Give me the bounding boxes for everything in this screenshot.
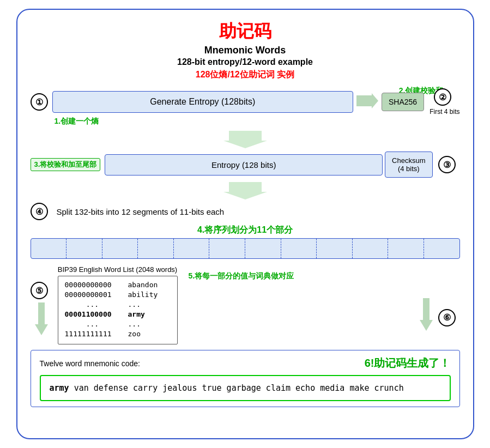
big-down-arrow-icon xyxy=(223,131,267,148)
word-row-5: ... ... xyxy=(65,320,171,328)
word-row-2: 00000000001 ability xyxy=(65,290,171,299)
segment-2 xyxy=(66,239,102,258)
generate-entropy-box: Generate Entropy (128bits) xyxy=(52,91,354,113)
twelve-word-label: Twelve word mnemonic code: xyxy=(40,359,140,368)
checksum-label: Checksum(4 bits) xyxy=(392,156,425,173)
step4-desc: Split 132-bits into 12 segments of 11-bi… xyxy=(57,207,225,216)
word-row-1: 00000000000 abandon xyxy=(65,281,171,289)
label-create-entropy: 1.创建一个熵 xyxy=(55,117,99,126)
wl-code-dots2: ... xyxy=(65,320,119,328)
down-arrow-left-icon xyxy=(35,302,48,337)
wl-code-army: 00001100000 xyxy=(65,310,119,318)
step5-right: 5.将每一部分的值与词典做对应 ⑥ xyxy=(183,265,460,333)
segment-5 xyxy=(174,239,210,258)
wl-code-1: 00000000000 xyxy=(65,281,119,289)
segment-11 xyxy=(388,239,424,258)
wl-code-dots1: ... xyxy=(65,300,119,308)
down-arrow-right-icon xyxy=(420,298,433,333)
segments-bar xyxy=(31,238,460,259)
segment-3 xyxy=(102,239,138,258)
step2-circle: ② xyxy=(434,88,451,106)
mnemonic-box: army van defense carry jealous true garb… xyxy=(40,375,451,401)
step5-left: ⑤ xyxy=(31,282,52,337)
wl-code-zoo: 11111111111 xyxy=(65,330,119,338)
segment-6 xyxy=(209,239,245,258)
mnemonic-rest: van defense carry jealous true garbage c… xyxy=(69,383,404,393)
step6-result-label: 6!助记码生成了！ xyxy=(365,356,451,371)
step4-label: 4.将序列划分为11个部分 xyxy=(31,225,460,236)
bip39-label: BIP39 English Word List (2048 words) xyxy=(58,265,178,274)
segment-7 xyxy=(245,239,281,258)
title-zh: 助记码 xyxy=(31,20,460,44)
step3-row: 3.将校验和加至尾部 Entropy (128 bits) Checksum(4… xyxy=(31,152,460,178)
checksum-box: Checksum(4 bits) xyxy=(385,152,432,178)
bottom-section: Twelve word mnemonic code: 6!助记码生成了！ arm… xyxy=(31,350,460,407)
step1-circle: ① xyxy=(31,93,48,111)
step5-area: ⑤ BIP39 English Word List (2048 words) 0… xyxy=(31,265,460,344)
bottom-header: Twelve word mnemonic code: 6!助记码生成了！ xyxy=(40,356,451,371)
word-row-4: 00001100000 army xyxy=(65,310,171,318)
wl-word-zoo: zoo xyxy=(128,330,141,338)
mnemonic-bold-word: army xyxy=(50,383,69,393)
step6-circle: ⑥ xyxy=(438,309,456,326)
svg-marker-0 xyxy=(356,93,378,108)
word-list-container: BIP39 English Word List (2048 words) 000… xyxy=(58,265,178,344)
segment-4 xyxy=(138,239,174,258)
entropy-128-box: Entropy (128 bits) xyxy=(105,154,383,175)
step4-circle: ④ xyxy=(31,203,48,220)
segment-12 xyxy=(424,239,459,258)
svg-marker-2 xyxy=(223,182,267,199)
svg-marker-4 xyxy=(420,298,433,331)
sha256-box: SHA256 xyxy=(382,93,424,111)
step4-row: ④ Split 132-bits into 12 segments of 11-… xyxy=(31,203,460,220)
wl-code-2: 00000000001 xyxy=(65,290,119,299)
segment-1 xyxy=(31,239,67,258)
word-row-3: ... ... xyxy=(65,300,171,308)
title-en2: 128-bit entropy/12-word example xyxy=(31,57,460,67)
title-zh2: 128位熵/12位助记词 实例 xyxy=(31,69,460,81)
step5-circle: ⑤ xyxy=(31,282,48,299)
step6-and-arrow: ⑥ xyxy=(183,293,460,333)
title-en1: Mnemonic Words xyxy=(31,45,460,56)
label-add-checksum: 3.将校验和加至尾部 xyxy=(31,158,101,171)
wl-word-2: ability xyxy=(128,290,158,299)
segment-9 xyxy=(317,239,353,258)
wl-word-dots1: ... xyxy=(128,300,141,308)
wl-word-1: abandon xyxy=(128,281,158,289)
segment-8 xyxy=(281,239,317,258)
word-list-box: 00000000000 abandon 00000000001 ability … xyxy=(58,276,178,344)
step1-row: ① Generate Entropy (128bits) SHA256 ② Fi… xyxy=(31,88,460,116)
arrow-right-icon xyxy=(356,93,378,111)
first4bits-label: First 4 bits xyxy=(429,108,459,116)
big-down-arrow2-icon xyxy=(223,182,267,199)
segment-10 xyxy=(353,239,389,258)
svg-marker-1 xyxy=(223,131,267,148)
word-row-6: 11111111111 zoo xyxy=(65,330,171,338)
wl-word-dots2: ... xyxy=(128,320,141,328)
main-container: 助记码 Mnemonic Words 128-bit entropy/12-wo… xyxy=(16,9,474,439)
sha256-label: SHA256 xyxy=(389,98,417,106)
label-dict-match: 5.将每一部分的值与词典做对应 xyxy=(189,271,460,282)
step3-circle: ③ xyxy=(438,156,460,173)
step2-area: ② First 4 bits xyxy=(429,88,459,116)
svg-marker-3 xyxy=(35,302,48,335)
wl-word-army: army xyxy=(128,310,145,318)
